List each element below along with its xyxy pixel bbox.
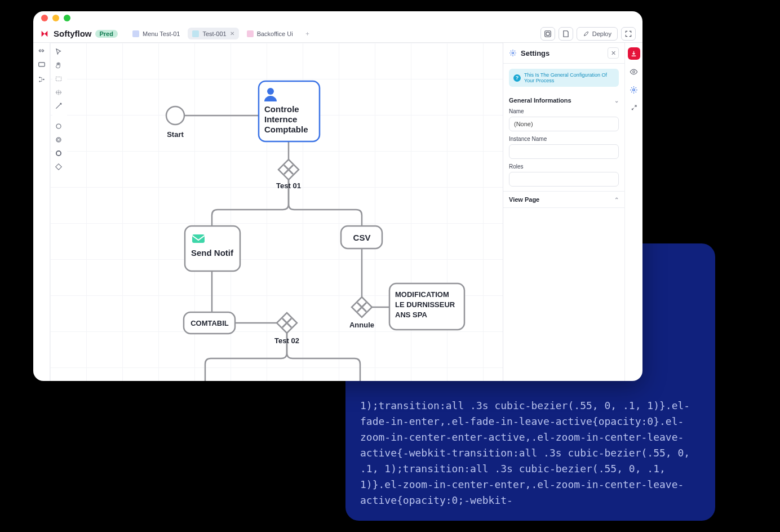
folder-icon — [247, 30, 254, 37]
start-label: Start — [167, 130, 184, 139]
menu-icon — [132, 30, 139, 37]
rocket-icon — [583, 30, 590, 37]
hint-text: This Is The General Configuration Of You… — [524, 72, 614, 83]
gw-test02-label: Test 02 — [274, 336, 299, 345]
save-button[interactable] — [559, 27, 573, 41]
node-label: CSV — [353, 233, 371, 242]
section-title: View Page — [509, 196, 539, 203]
diagram-svg: Start ControleInternceComptable Test 01 … — [50, 43, 503, 381]
gateway-test01[interactable] — [278, 159, 299, 180]
settings-panel: Settings ✕ ? This Is The General Configu… — [503, 43, 624, 381]
svg-point-14 — [633, 70, 635, 73]
download-button[interactable] — [628, 47, 640, 60]
chevron-up-icon: ⌃ — [614, 197, 619, 203]
env-badge: Pred — [95, 30, 118, 38]
node-label: Send Notif — [191, 248, 234, 258]
svg-point-4 — [39, 81, 40, 82]
app-window: Softyflow Pred Menu Test-01 Test-001 ✕ B… — [33, 11, 642, 381]
fullscreen-button[interactable] — [621, 27, 636, 41]
settings-hint: ? This Is The General Configuration Of Y… — [509, 69, 619, 87]
svg-rect-2 — [38, 63, 45, 66]
node-label: COMTABIL — [190, 319, 229, 327]
section-title: General Informations — [509, 97, 571, 104]
tab-strip: Menu Test-01 Test-001 ✕ Backoffice Ui ＋ — [128, 28, 314, 39]
gateway-test02[interactable] — [277, 313, 297, 333]
tree-tool[interactable] — [37, 74, 47, 85]
svg-rect-0 — [545, 30, 551, 37]
canvas[interactable]: Start ControleInternceComptable Test 01 … — [50, 43, 503, 381]
gear-icon — [509, 49, 517, 57]
svg-point-15 — [633, 88, 635, 91]
instance-name-label: Instance Name — [509, 136, 619, 142]
workflow-icon — [192, 30, 199, 37]
fit-tool[interactable]: ⇔ — [37, 45, 47, 55]
close-panel-button[interactable]: ✕ — [608, 47, 619, 59]
workspace: ⇔ — [33, 43, 642, 381]
instance-name-input[interactable] — [509, 144, 619, 159]
screen-tool[interactable] — [37, 60, 47, 70]
tab-label: Backoffice Ui — [257, 30, 293, 37]
settings-title: Settings — [521, 49, 604, 57]
mail-icon — [192, 234, 205, 243]
svg-point-11 — [267, 88, 274, 95]
gateway-annule[interactable] — [352, 297, 372, 317]
window-minimize-icon[interactable] — [52, 15, 59, 21]
start-event-node[interactable] — [166, 107, 184, 125]
settings-tab-button[interactable] — [628, 83, 640, 96]
svg-point-13 — [512, 52, 514, 54]
macos-titlebar — [33, 11, 642, 25]
section-general-header[interactable]: General Informations ⌄ — [509, 97, 619, 104]
gw-test01-label: Test 01 — [276, 181, 301, 190]
name-input[interactable] — [509, 117, 619, 131]
svg-rect-1 — [546, 32, 549, 36]
tab-menu-test-01[interactable]: Menu Test-01 — [128, 28, 184, 39]
svg-point-3 — [39, 77, 40, 78]
chevron-down-icon: ⌄ — [614, 97, 619, 104]
tab-label: Test-001 — [202, 30, 226, 37]
app-logo-icon — [40, 29, 49, 38]
svg-rect-12 — [192, 234, 205, 243]
close-icon[interactable]: ✕ — [230, 30, 234, 37]
deploy-button[interactable]: Deploy — [577, 27, 618, 41]
svg-point-5 — [43, 79, 44, 80]
topbar: Softyflow Pred Menu Test-01 Test-001 ✕ B… — [33, 25, 642, 43]
tools-button[interactable] — [628, 101, 640, 114]
tab-label: Menu Test-01 — [143, 30, 180, 37]
deploy-label: Deploy — [592, 30, 611, 37]
tab-backoffice-ui[interactable]: Backoffice Ui — [242, 28, 298, 39]
section-view-header[interactable]: View Page ⌃ — [509, 196, 619, 203]
preview-button[interactable] — [540, 27, 555, 41]
roles-input[interactable] — [509, 172, 619, 187]
tab-test-001[interactable]: Test-001 ✕ — [188, 28, 238, 39]
window-close-icon[interactable] — [41, 15, 48, 21]
roles-label: Roles — [509, 163, 619, 170]
app-brand: Softyflow — [54, 29, 92, 38]
window-maximize-icon[interactable] — [64, 15, 70, 21]
gw-annule-label: Annule — [349, 321, 374, 329]
name-label: Name — [509, 108, 619, 114]
right-dock — [624, 43, 642, 381]
add-tab-button[interactable]: ＋ — [301, 28, 314, 39]
visibility-button[interactable] — [628, 65, 640, 78]
help-icon: ? — [513, 74, 521, 82]
left-dock: ⇔ — [33, 43, 50, 381]
